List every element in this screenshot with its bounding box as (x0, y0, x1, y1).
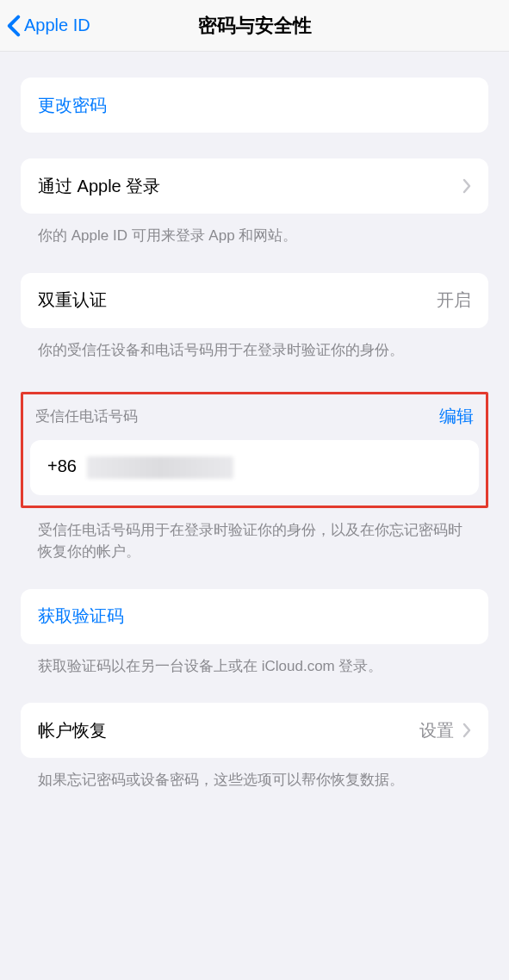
get-code-cell[interactable]: 获取验证码 (21, 589, 488, 644)
account-recovery-cell[interactable]: 帐户恢复 设置 (21, 703, 488, 758)
sign-in-with-apple-caption: 你的 Apple ID 可用来登录 App 和网站。 (21, 214, 488, 247)
two-factor-label: 双重认证 (38, 288, 107, 312)
get-code-label: 获取验证码 (38, 605, 124, 628)
trusted-number-redacted (87, 456, 233, 479)
trusted-numbers-highlight: 受信任电话号码 编辑 +86 (21, 392, 488, 508)
back-button[interactable]: Apple ID (7, 15, 90, 37)
trusted-numbers-caption: 受信任电话号码用于在登录时验证你的身份，以及在你忘记密码时恢复你的帐户。 (21, 508, 488, 562)
chevron-right-icon (462, 723, 471, 738)
account-recovery-caption: 如果忘记密码或设备密码，这些选项可以帮你恢复数据。 (21, 758, 488, 791)
trusted-numbers-header-row: 受信任电话号码 编辑 (30, 405, 479, 440)
trusted-number-prefix: +86 (47, 457, 77, 476)
content: 更改密码 通过 Apple 登录 你的 Apple ID 可用来登录 App 和… (0, 78, 509, 826)
get-code-group: 获取验证码 获取验证码以在另一台设备上或在 iCloud.com 登录。 (21, 589, 488, 678)
trusted-numbers-header: 受信任电话号码 (35, 406, 138, 426)
sign-in-with-apple-group: 通过 Apple 登录 你的 Apple ID 可用来登录 App 和网站。 (21, 158, 488, 247)
get-code-caption: 获取验证码以在另一台设备上或在 iCloud.com 登录。 (21, 644, 488, 678)
navigation-bar: Apple ID 密码与安全性 (0, 0, 509, 52)
change-password-group: 更改密码 (21, 78, 488, 133)
account-recovery-label: 帐户恢复 (38, 719, 107, 742)
chevron-left-icon (7, 15, 21, 37)
page-title: 密码与安全性 (198, 13, 312, 39)
back-label: Apple ID (24, 16, 90, 35)
two-factor-caption: 你的受信任设备和电话号码用于在登录时验证你的身份。 (21, 328, 488, 362)
account-recovery-value: 设置 (419, 719, 454, 742)
sign-in-with-apple-cell[interactable]: 通过 Apple 登录 (21, 158, 488, 214)
sign-in-with-apple-label: 通过 Apple 登录 (38, 175, 160, 198)
two-factor-group: 双重认证 开启 你的受信任设备和电话号码用于在登录时验证你的身份。 (21, 273, 488, 362)
two-factor-value: 开启 (437, 288, 471, 312)
change-password-label: 更改密码 (38, 94, 107, 117)
trusted-number-value: +86 (47, 456, 233, 479)
two-factor-cell[interactable]: 双重认证 开启 (21, 273, 488, 328)
trusted-numbers-edit-button[interactable]: 编辑 (439, 405, 474, 428)
account-recovery-group: 帐户恢复 设置 如果忘记密码或设备密码，这些选项可以帮你恢复数据。 (21, 703, 488, 791)
change-password-cell[interactable]: 更改密码 (21, 78, 488, 133)
trusted-number-cell[interactable]: +86 (30, 440, 479, 495)
chevron-right-icon (462, 178, 471, 194)
